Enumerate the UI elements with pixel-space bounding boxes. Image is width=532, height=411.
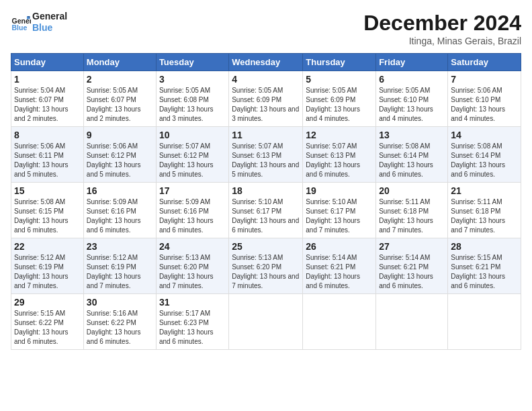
calendar-cell: 14 Sunrise: 5:08 AM Sunset: 6:14 PM Dayl…: [448, 127, 521, 183]
daylight-label: Daylight: 13 hours and 6 minutes.: [232, 217, 299, 234]
day-info: Sunrise: 5:05 AM Sunset: 6:10 PM Dayligh…: [379, 86, 445, 124]
calendar-cell: 21 Sunrise: 5:11 AM Sunset: 6:18 PM Dayl…: [448, 183, 521, 238]
day-number: 26: [306, 241, 373, 252]
sunset-label: Sunset: 6:12 PM: [87, 152, 136, 159]
sunset-label: Sunset: 6:16 PM: [87, 208, 136, 215]
daylight-label: Daylight: 13 hours and 4 minutes.: [451, 105, 505, 122]
day-info: Sunrise: 5:17 AM Sunset: 6:23 PM Dayligh…: [159, 309, 226, 347]
daylight-label: Daylight: 13 hours and 3 minutes.: [232, 105, 299, 122]
sunset-label: Sunset: 6:09 PM: [306, 96, 355, 103]
daylight-label: Daylight: 13 hours and 4 minutes.: [306, 105, 360, 122]
day-info: Sunrise: 5:14 AM Sunset: 6:21 PM Dayligh…: [306, 253, 373, 291]
calendar-cell: 29 Sunrise: 5:15 AM Sunset: 6:22 PM Dayl…: [11, 294, 84, 350]
day-number: 19: [306, 185, 373, 196]
calendar-cell: 6 Sunrise: 5:05 AM Sunset: 6:10 PM Dayli…: [376, 71, 448, 127]
daylight-label: Daylight: 13 hours and 7 minutes.: [306, 217, 360, 234]
daylight-label: Daylight: 13 hours and 6 minutes.: [379, 273, 433, 289]
day-info: Sunrise: 5:07 AM Sunset: 6:13 PM Dayligh…: [232, 142, 300, 179]
day-info: Sunrise: 5:13 AM Sunset: 6:20 PM Dayligh…: [232, 253, 300, 291]
day-info: Sunrise: 5:09 AM Sunset: 6:16 PM Dayligh…: [87, 197, 153, 235]
day-info: Sunrise: 5:08 AM Sunset: 6:15 PM Dayligh…: [14, 197, 81, 235]
sunset-label: Sunset: 6:13 PM: [232, 152, 281, 159]
daylight-label: Daylight: 13 hours and 7 minutes.: [232, 273, 299, 289]
header: General Blue General Blue December 2024 …: [11, 11, 521, 46]
daylight-label: Daylight: 13 hours and 5 minutes.: [232, 161, 299, 178]
day-info: Sunrise: 5:04 AM Sunset: 6:07 PM Dayligh…: [14, 86, 81, 124]
sunset-label: Sunset: 6:20 PM: [159, 263, 209, 271]
sunrise-label: Sunrise: 5:08 AM: [451, 142, 502, 150]
calendar-cell: 4 Sunrise: 5:05 AM Sunset: 6:09 PM Dayli…: [229, 71, 303, 127]
sunset-label: Sunset: 6:21 PM: [451, 263, 500, 271]
calendar-cell: 1 Sunrise: 5:04 AM Sunset: 6:07 PM Dayli…: [11, 71, 84, 127]
sunset-label: Sunset: 6:14 PM: [451, 152, 500, 159]
day-number: 27: [379, 241, 445, 252]
day-number: 17: [159, 185, 226, 196]
day-number: 22: [14, 241, 81, 252]
sunrise-label: Sunrise: 5:10 AM: [232, 198, 283, 205]
col-friday: Friday: [376, 54, 448, 71]
calendar-cell: 5 Sunrise: 5:05 AM Sunset: 6:09 PM Dayli…: [303, 71, 376, 127]
calendar-cell: 8 Sunrise: 5:06 AM Sunset: 6:11 PM Dayli…: [11, 127, 84, 183]
calendar-cell: 28 Sunrise: 5:15 AM Sunset: 6:21 PM Dayl…: [448, 238, 521, 294]
logo-name-blue: Blue: [32, 22, 67, 34]
day-info: Sunrise: 5:10 AM Sunset: 6:17 PM Dayligh…: [306, 197, 373, 235]
day-info: Sunrise: 5:16 AM Sunset: 6:22 PM Dayligh…: [87, 309, 153, 347]
day-number: 16: [87, 185, 153, 196]
day-info: Sunrise: 5:06 AM Sunset: 6:12 PM Dayligh…: [87, 142, 153, 179]
calendar-cell: 30 Sunrise: 5:16 AM Sunset: 6:22 PM Dayl…: [83, 294, 156, 350]
day-number: 12: [306, 130, 373, 140]
sunrise-label: Sunrise: 5:12 AM: [87, 254, 138, 261]
day-number: 25: [232, 241, 300, 252]
calendar-cell: [376, 294, 448, 350]
sunset-label: Sunset: 6:08 PM: [159, 96, 209, 103]
day-number: 23: [87, 241, 153, 252]
calendar-cell: 27 Sunrise: 5:14 AM Sunset: 6:21 PM Dayl…: [376, 238, 448, 294]
col-wednesday: Wednesday: [229, 54, 303, 71]
day-info: Sunrise: 5:05 AM Sunset: 6:09 PM Dayligh…: [232, 86, 300, 124]
day-number: 7: [451, 74, 518, 85]
calendar-week-row: 15 Sunrise: 5:08 AM Sunset: 6:15 PM Dayl…: [11, 183, 521, 238]
daylight-label: Daylight: 13 hours and 7 minutes.: [159, 273, 214, 289]
calendar-cell: 16 Sunrise: 5:09 AM Sunset: 6:16 PM Dayl…: [83, 183, 156, 238]
sunrise-label: Sunrise: 5:05 AM: [87, 87, 138, 94]
day-info: Sunrise: 5:11 AM Sunset: 6:18 PM Dayligh…: [451, 197, 518, 235]
day-number: 28: [451, 241, 518, 252]
daylight-label: Daylight: 13 hours and 6 minutes.: [379, 161, 433, 178]
calendar-cell: 26 Sunrise: 5:14 AM Sunset: 6:21 PM Dayl…: [303, 238, 376, 294]
calendar-table: Sunday Monday Tuesday Wednesday Thursday…: [11, 53, 521, 350]
sunset-label: Sunset: 6:07 PM: [14, 96, 64, 103]
sunrise-label: Sunrise: 5:07 AM: [159, 142, 210, 150]
daylight-label: Daylight: 13 hours and 7 minutes.: [14, 273, 69, 289]
day-number: 10: [159, 130, 226, 140]
col-saturday: Saturday: [448, 54, 521, 71]
day-number: 29: [14, 297, 81, 308]
calendar-week-row: 8 Sunrise: 5:06 AM Sunset: 6:11 PM Dayli…: [11, 127, 521, 183]
sunset-label: Sunset: 6:11 PM: [14, 152, 64, 159]
logo-name-general: General: [32, 11, 67, 22]
col-sunday: Sunday: [11, 54, 84, 71]
day-number: 8: [14, 130, 81, 140]
col-tuesday: Tuesday: [156, 54, 228, 71]
daylight-label: Daylight: 13 hours and 6 minutes.: [306, 273, 360, 289]
day-info: Sunrise: 5:11 AM Sunset: 6:18 PM Dayligh…: [379, 197, 445, 235]
daylight-label: Daylight: 13 hours and 6 minutes.: [451, 161, 505, 178]
calendar-cell: 17 Sunrise: 5:09 AM Sunset: 6:16 PM Dayl…: [156, 183, 228, 238]
sunrise-label: Sunrise: 5:15 AM: [451, 254, 502, 261]
sunset-label: Sunset: 6:13 PM: [306, 152, 355, 159]
calendar-cell: 23 Sunrise: 5:12 AM Sunset: 6:19 PM Dayl…: [83, 238, 156, 294]
daylight-label: Daylight: 13 hours and 6 minutes.: [159, 217, 214, 234]
day-info: Sunrise: 5:06 AM Sunset: 6:10 PM Dayligh…: [451, 86, 518, 124]
sunset-label: Sunset: 6:16 PM: [159, 208, 209, 215]
sunrise-label: Sunrise: 5:06 AM: [451, 87, 502, 94]
day-number: 31: [159, 297, 226, 308]
sunset-label: Sunset: 6:19 PM: [14, 263, 64, 271]
day-info: Sunrise: 5:15 AM Sunset: 6:22 PM Dayligh…: [14, 309, 81, 347]
calendar-cell: [229, 294, 303, 350]
sunset-label: Sunset: 6:23 PM: [159, 319, 209, 326]
calendar-cell: 13 Sunrise: 5:08 AM Sunset: 6:14 PM Dayl…: [376, 127, 448, 183]
day-info: Sunrise: 5:05 AM Sunset: 6:07 PM Dayligh…: [87, 86, 153, 124]
sunrise-label: Sunrise: 5:12 AM: [14, 254, 65, 261]
sunset-label: Sunset: 6:07 PM: [87, 96, 136, 103]
day-info: Sunrise: 5:10 AM Sunset: 6:17 PM Dayligh…: [232, 197, 300, 235]
calendar-cell: [303, 294, 376, 350]
